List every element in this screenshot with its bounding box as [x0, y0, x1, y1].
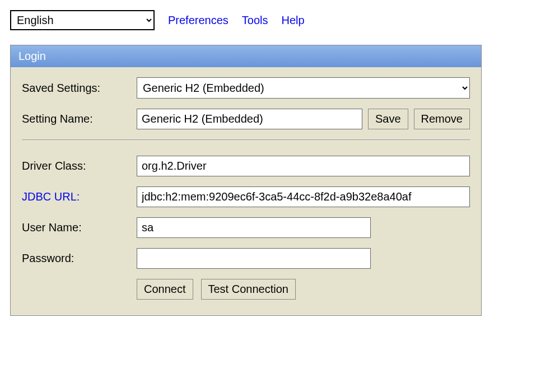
language-select[interactable]: English [10, 10, 155, 30]
saved-settings-row: Saved Settings: Generic H2 (Embedded) [22, 77, 470, 99]
setting-name-row: Setting Name: Save Remove [22, 109, 470, 129]
user-name-input[interactable] [137, 217, 371, 238]
panel-body: Saved Settings: Generic H2 (Embedded) Se… [11, 67, 481, 315]
separator [22, 139, 470, 140]
topbar: English Preferences Tools Help [10, 10, 540, 30]
help-link[interactable]: Help [282, 14, 305, 27]
setting-name-label: Setting Name: [22, 113, 137, 125]
remove-button[interactable]: Remove [414, 109, 470, 129]
panel-title: Login [11, 45, 481, 67]
jdbc-url-row: JDBC URL: [22, 186, 470, 207]
password-input[interactable] [137, 248, 371, 269]
driver-class-input[interactable] [137, 156, 470, 176]
driver-class-label: Driver Class: [22, 160, 137, 172]
password-label: Password: [22, 252, 137, 265]
user-name-row: User Name: [22, 217, 470, 238]
jdbc-url-link-text: JDBC URL: [22, 190, 80, 203]
setting-name-input[interactable] [137, 109, 362, 129]
test-connection-button[interactable]: Test Connection [201, 279, 296, 300]
connect-button[interactable]: Connect [137, 279, 193, 300]
password-row: Password: [22, 248, 470, 269]
preferences-link[interactable]: Preferences [168, 14, 229, 27]
setting-name-buttons: Save Remove [368, 109, 470, 129]
user-name-label: User Name: [22, 221, 137, 234]
saved-settings-label: Saved Settings: [22, 82, 137, 95]
jdbc-url-input[interactable] [137, 186, 470, 207]
save-button[interactable]: Save [368, 109, 408, 129]
action-buttons: Connect Test Connection [137, 279, 470, 300]
jdbc-url-label[interactable]: JDBC URL: [22, 190, 137, 203]
login-panel: Login Saved Settings: Generic H2 (Embedd… [10, 45, 482, 316]
tools-link[interactable]: Tools [242, 14, 268, 27]
driver-class-row: Driver Class: [22, 156, 470, 176]
saved-settings-select[interactable]: Generic H2 (Embedded) [137, 77, 470, 99]
